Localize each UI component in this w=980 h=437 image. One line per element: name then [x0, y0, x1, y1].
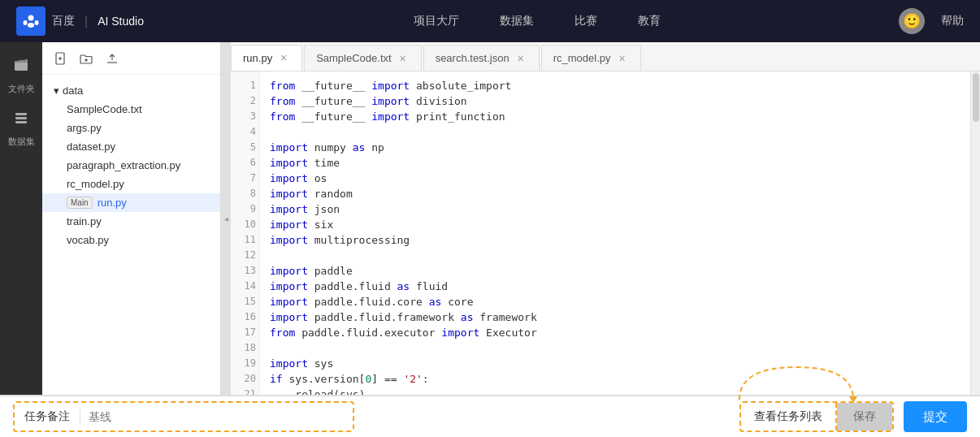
file-tree-toolbar: [42, 42, 220, 75]
file-label: args.py: [67, 122, 102, 134]
close-icon[interactable]: ×: [397, 52, 410, 65]
list-item[interactable]: train.py: [42, 212, 220, 231]
logo-divider: |: [85, 14, 88, 28]
new-file-btn[interactable]: [50, 49, 70, 68]
main-badge: Main: [67, 197, 93, 209]
nav-competitions[interactable]: 比赛: [575, 14, 597, 28]
vertical-scrollbar[interactable]: [970, 71, 980, 395]
code-editor[interactable]: 1234 5678 9101112 13141516 17181920 2122…: [231, 71, 980, 395]
list-item[interactable]: SampleCode.txt: [42, 100, 220, 119]
datasets-icon[interactable]: [7, 103, 36, 132]
view-tasks-area: 查看任务列表 保存: [739, 401, 894, 432]
baidu-text: 百度: [52, 14, 75, 28]
file-label: vocab.py: [67, 234, 109, 246]
navbar-right: 🙂 帮助: [899, 8, 964, 34]
tab-label: search.test.json: [436, 52, 510, 64]
line-numbers: 1234 5678 9101112 13141516 17181920 2122…: [231, 71, 260, 395]
list-item[interactable]: rc_model.py: [42, 175, 220, 193]
svg-point-3: [28, 23, 34, 28]
folder-data[interactable]: ▾ data: [42, 81, 220, 100]
list-item[interactable]: args.py: [42, 119, 220, 137]
upload-btn[interactable]: [102, 49, 122, 68]
close-icon[interactable]: ×: [277, 51, 290, 64]
list-item[interactable]: dataset.py: [42, 137, 220, 156]
avatar[interactable]: 🙂: [899, 8, 925, 34]
navbar: 百度 | AI Studio 项目大厅 数据集 比赛 教育 🙂 帮助: [0, 0, 980, 42]
list-item-active[interactable]: Main run.py: [42, 193, 220, 212]
tab-label: run.py: [243, 52, 272, 64]
list-item[interactable]: vocab.py: [42, 231, 220, 249]
file-label: SampleCode.txt: [67, 103, 142, 115]
datasets-icon-group[interactable]: 数据集: [7, 103, 36, 148]
tab-label: rc_model.py: [553, 52, 611, 64]
tab-run-py[interactable]: run.py ×: [231, 45, 302, 71]
file-label: rc_model.py: [67, 178, 124, 190]
svg-point-2: [35, 20, 39, 25]
file-tree-content: ▾ data SampleCode.txt args.py dataset.py…: [42, 75, 220, 256]
tab-label: SampleCode.txt: [316, 52, 392, 64]
studio-text: AI Studio: [98, 15, 144, 28]
action-bar: 任务备注 查看任务列表 保存 提交: [0, 395, 980, 437]
file-label: paragraph_extraction.py: [67, 159, 180, 171]
tab-samplecode[interactable]: SampleCode.txt ×: [304, 45, 422, 71]
baseline-input[interactable]: [80, 410, 353, 423]
file-tree: ▾ data SampleCode.txt args.py dataset.py…: [42, 42, 221, 395]
active-file-label: run.py: [98, 197, 127, 209]
main-area: 文件夹 数据集: [0, 42, 980, 395]
tab-search-test[interactable]: search.test.json ×: [423, 45, 540, 71]
new-folder-btn[interactable]: [76, 49, 96, 68]
folder-name: data: [63, 84, 83, 97]
logo: 百度 | AI Studio: [16, 6, 144, 36]
files-icon-group[interactable]: 文件夹: [7, 50, 36, 95]
code-content[interactable]: from __future__ import absolute_import f…: [260, 71, 970, 395]
nav-projects[interactable]: 项目大厅: [414, 14, 459, 28]
help-link[interactable]: 帮助: [941, 14, 964, 28]
datasets-label: 数据集: [8, 136, 35, 148]
view-tasks-button[interactable]: 查看任务列表: [741, 403, 837, 431]
tab-bar: run.py × SampleCode.txt × search.test.js…: [231, 42, 980, 71]
nav-education[interactable]: 教育: [638, 14, 661, 28]
chevron-down-icon: ▾: [54, 84, 59, 97]
close-icon[interactable]: ×: [616, 52, 629, 65]
editor-area: run.py × SampleCode.txt × search.test.js…: [231, 42, 980, 395]
main-nav: 项目大厅 数据集 比赛 教育: [176, 14, 899, 28]
baidu-logo-icon: [16, 6, 46, 36]
file-label: dataset.py: [67, 141, 115, 153]
resize-handle[interactable]: ◂: [221, 42, 231, 395]
close-icon[interactable]: ×: [514, 52, 527, 65]
svg-rect-5: [15, 113, 27, 115]
svg-point-0: [28, 15, 34, 21]
list-item[interactable]: paragraph_extraction.py: [42, 156, 220, 175]
svg-point-1: [24, 20, 28, 25]
svg-rect-7: [15, 121, 27, 123]
sidebar-icons: 文件夹 数据集: [0, 42, 42, 395]
submit-button[interactable]: 提交: [904, 401, 967, 432]
task-note-label: 任务备注: [15, 409, 80, 424]
file-label: train.py: [67, 215, 102, 227]
save-button[interactable]: 保存: [837, 403, 892, 431]
scrollbar-thumb[interactable]: [973, 73, 979, 122]
tab-rc-model[interactable]: rc_model.py ×: [541, 45, 641, 71]
nav-datasets[interactable]: 数据集: [500, 14, 534, 28]
task-note-area: 任务备注: [13, 401, 354, 432]
svg-rect-6: [15, 117, 27, 119]
files-label: 文件夹: [8, 83, 35, 95]
folder-icon[interactable]: [7, 50, 36, 80]
